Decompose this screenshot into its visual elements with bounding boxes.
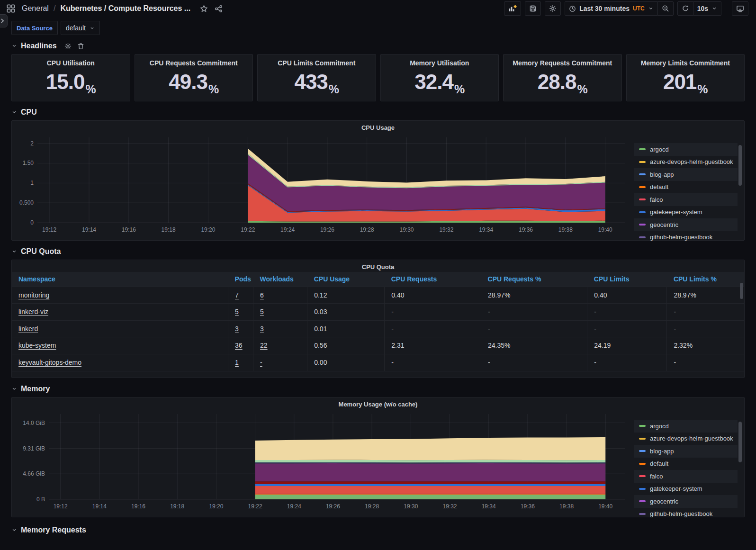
monitor-icon <box>736 5 744 13</box>
legend-item-blog-app[interactable]: blog-app <box>634 168 738 181</box>
row-delete-trash-icon[interactable] <box>77 43 84 50</box>
link-namespace[interactable]: linkerd <box>18 325 38 333</box>
add-panel-button[interactable] <box>504 1 521 16</box>
cell-cpu-usage: 0.03 <box>307 304 385 321</box>
x-tick-label: 19:26 <box>326 503 340 510</box>
breadcrumb-separator: / <box>54 4 55 13</box>
legend-label: argocd <box>650 423 669 430</box>
link-namespace[interactable]: monitoring <box>18 291 49 299</box>
star-icon[interactable] <box>200 5 208 13</box>
stat-title: Memory Limits Commitment <box>641 54 730 67</box>
legend-item-argocd[interactable]: argocd <box>634 143 738 156</box>
column-header-cpu-requests[interactable]: CPU Requests <box>385 272 481 287</box>
stat-number: 15.0 <box>46 72 85 92</box>
variable-label-datasource[interactable]: Data Source <box>11 21 58 35</box>
cell-workloads: 22 <box>253 337 307 354</box>
x-tick-label: 19:34 <box>482 503 496 510</box>
x-tick-label: 19:12 <box>54 503 68 510</box>
legend-item-geocentric[interactable]: geocentric <box>634 495 738 508</box>
link-workloads[interactable]: 5 <box>260 308 264 316</box>
section-header-cpu-quota[interactable]: CPU Quota <box>11 247 745 256</box>
sidebar-expand-tab[interactable] <box>0 14 8 27</box>
legend-label: geocentric <box>650 498 678 505</box>
save-dashboard-button[interactable] <box>525 1 541 16</box>
row-settings-gear-icon[interactable] <box>64 43 72 50</box>
legend-label: falco <box>650 473 663 480</box>
time-range-picker[interactable]: Last 30 minutes UTC <box>565 1 658 16</box>
link-pods[interactable]: 5 <box>235 308 239 316</box>
refresh-button[interactable] <box>677 1 693 16</box>
section-header-memory[interactable]: Memory <box>11 385 745 393</box>
legend-item-blog-app[interactable]: blog-app <box>634 445 738 458</box>
column-header-cpu-usage[interactable]: CPU Usage <box>307 272 385 287</box>
table-scrollbar[interactable] <box>740 283 743 299</box>
area-default <box>255 494 606 495</box>
legend-item-geocentric[interactable]: geocentric <box>634 218 738 231</box>
breadcrumb-root[interactable]: General <box>22 4 49 13</box>
legend-item-argocd[interactable]: argocd <box>634 420 738 433</box>
memory-usage-chart[interactable]: 19:1219:1419:1619:1819:2019:2219:2419:26… <box>15 409 626 512</box>
legend-swatch <box>639 438 646 440</box>
stat-number: 32.4 <box>414 72 453 92</box>
section-header-headlines[interactable]: Headlines <box>11 42 745 50</box>
section-title: CPU <box>21 108 37 117</box>
link-workloads[interactable]: 6 <box>260 291 264 299</box>
cell-cpu-requests: 0.40 <box>385 287 481 304</box>
legend-item-github-helm-guestbook[interactable]: github-helm-guestbook <box>634 508 738 521</box>
legend-item-azure-devops-helm-guestbook[interactable]: azure-devops-helm-guestbook <box>634 433 738 445</box>
legend-label: gatekeeper-system <box>650 208 702 216</box>
variable-value-datasource[interactable]: default <box>61 21 100 35</box>
column-header-pods[interactable]: Pods <box>228 272 253 287</box>
x-tick-label: 19:14 <box>82 226 96 233</box>
stat-panel-cpu-limits-commitment: CPU Limits Commitment433% <box>257 54 376 101</box>
cycle-view-mode-button[interactable] <box>732 1 748 16</box>
legend-scrollbar[interactable] <box>738 145 742 186</box>
zoom-out-icon <box>662 5 669 12</box>
panel-title[interactable]: CPU Quota <box>12 260 744 272</box>
x-tick-label: 19:30 <box>404 503 418 510</box>
cell-cpu-requests-: - <box>481 304 587 321</box>
column-header-cpu-limits-[interactable]: CPU Limits % <box>667 272 744 287</box>
cell-cpu-usage: 0.56 <box>307 337 385 354</box>
legend-item-gatekeeper-system[interactable]: gatekeeper-system <box>634 206 738 219</box>
link-namespace[interactable]: kube-system <box>18 342 56 349</box>
column-header-namespace[interactable]: Namespace <box>12 272 228 287</box>
dashboard-grid-icon[interactable] <box>7 4 15 13</box>
dashboard-title[interactable]: Kubernetes / Compute Resources ... <box>60 4 190 13</box>
legend-swatch <box>639 475 646 477</box>
panel-title[interactable]: CPU Usage <box>12 121 744 133</box>
column-header-cpu-requests-[interactable]: CPU Requests % <box>481 272 587 287</box>
legend-item-gatekeeper-system[interactable]: gatekeeper-system <box>634 483 738 496</box>
legend-scrollbar[interactable] <box>738 422 742 462</box>
y-tick-label: 0.500 <box>19 199 34 206</box>
link-pods[interactable]: 1 <box>235 359 239 366</box>
refresh-interval-picker[interactable]: 10s <box>693 1 721 16</box>
legend-item-falco[interactable]: falco <box>634 193 738 206</box>
zoom-out-button[interactable] <box>658 1 674 16</box>
section-title: Memory <box>21 385 50 393</box>
link-workloads[interactable]: - <box>260 359 262 366</box>
stat-panel-cpu-requests-commitment: CPU Requests Commitment49.3% <box>135 54 253 101</box>
legend-item-falco[interactable]: falco <box>634 470 738 483</box>
link-pods[interactable]: 3 <box>235 325 239 333</box>
link-namespace[interactable]: linkerd-viz <box>18 308 48 316</box>
link-pods[interactable]: 36 <box>235 342 243 349</box>
share-icon[interactable] <box>215 5 223 13</box>
cpu-usage-chart[interactable]: 19:1219:1419:1619:1819:2019:2219:2419:26… <box>15 133 626 235</box>
section-header-memory-requests[interactable]: Memory Requests <box>11 526 745 534</box>
dashboard-settings-button[interactable] <box>545 1 561 16</box>
column-header-workloads[interactable]: Workloads <box>253 272 307 287</box>
legend-item-azure-devops-helm-guestbook[interactable]: azure-devops-helm-guestbook <box>634 156 738 169</box>
legend-item-github-helm-guestbook[interactable]: github-helm-guestbook <box>634 231 738 244</box>
legend-item-default[interactable]: default <box>634 181 738 194</box>
x-tick-label: 19:20 <box>201 226 215 233</box>
link-workloads[interactable]: 3 <box>260 325 264 333</box>
panel-title[interactable]: Memory Usage (w/o cache) <box>12 397 744 409</box>
link-namespace[interactable]: keyvault-gitops-demo <box>18 359 81 366</box>
section-header-cpu[interactable]: CPU <box>11 108 745 117</box>
link-workloads[interactable]: 22 <box>260 342 268 349</box>
x-tick-label: 19:32 <box>442 503 457 510</box>
legend-item-default[interactable]: default <box>634 458 738 470</box>
link-pods[interactable]: 7 <box>235 291 239 299</box>
column-header-cpu-limits[interactable]: CPU Limits <box>587 272 667 287</box>
